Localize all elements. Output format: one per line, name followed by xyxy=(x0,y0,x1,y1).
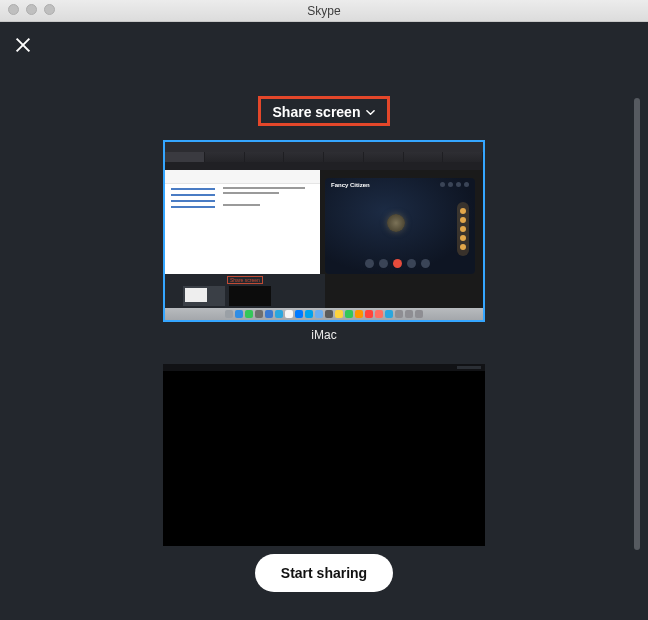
dock-app-icon xyxy=(375,310,383,318)
screen-thumbnail-label: iMac xyxy=(311,328,336,342)
share-source-dropdown[interactable]: Share screen xyxy=(273,104,376,120)
close-icon[interactable] xyxy=(14,36,32,54)
dock-app-icon xyxy=(275,310,283,318)
annotation-highlight: Share screen xyxy=(258,96,391,126)
dock-app-icon xyxy=(235,310,243,318)
mini-skype-call-overlay: Fancy Citizen xyxy=(325,178,475,274)
dock-app-icon xyxy=(415,310,423,318)
dock-app-icon xyxy=(295,310,303,318)
mini-skype-name: Fancy Citizen xyxy=(331,182,370,188)
start-sharing-button[interactable]: Start sharing xyxy=(255,554,393,592)
dock-app-icon xyxy=(335,310,343,318)
dock-app-icon xyxy=(395,310,403,318)
mini-browser-tabs xyxy=(165,152,483,162)
dock-app-icon xyxy=(385,310,393,318)
dock-app-icon xyxy=(255,310,263,318)
mini-avatar xyxy=(387,214,405,232)
dock-app-icon xyxy=(225,310,233,318)
mini-dock xyxy=(165,308,483,320)
dock-app-icon xyxy=(315,310,323,318)
screen-thumbnail-selected[interactable]: Fancy Citizen Share screen xyxy=(163,140,485,322)
mini-document-window xyxy=(165,170,320,275)
traffic-lights xyxy=(8,4,55,15)
mini-menubar-2 xyxy=(163,364,485,371)
screen-thumbnails: Fancy Citizen Share screen iMac xyxy=(0,140,648,546)
dock-app-icon xyxy=(305,310,313,318)
footer: Start sharing xyxy=(0,554,648,592)
dropdown-container: Share screen xyxy=(0,96,648,126)
dock-app-icon xyxy=(365,310,373,318)
dock-app-icon xyxy=(345,310,353,318)
mini-urlbar xyxy=(165,162,483,170)
dropdown-label: Share screen xyxy=(273,104,361,120)
chevron-down-icon xyxy=(366,108,375,117)
mini-menubar xyxy=(165,142,483,152)
window-title: Skype xyxy=(307,4,340,18)
overlay-scrollbar[interactable] xyxy=(634,98,640,550)
dock-app-icon xyxy=(405,310,413,318)
mini-nested-share-dialog: Share screen xyxy=(165,274,325,308)
traffic-minimize[interactable] xyxy=(26,4,37,15)
traffic-zoom[interactable] xyxy=(44,4,55,15)
dock-app-icon xyxy=(355,310,363,318)
share-screen-dialog: Share screen Fancy Citizen xyxy=(0,22,648,620)
traffic-close[interactable] xyxy=(8,4,19,15)
window-titlebar: Skype xyxy=(0,0,648,22)
dock-app-icon xyxy=(245,310,253,318)
dock-app-icon xyxy=(265,310,273,318)
dock-app-icon xyxy=(285,310,293,318)
screen-thumbnail-secondary[interactable] xyxy=(163,364,485,546)
dock-app-icon xyxy=(325,310,333,318)
